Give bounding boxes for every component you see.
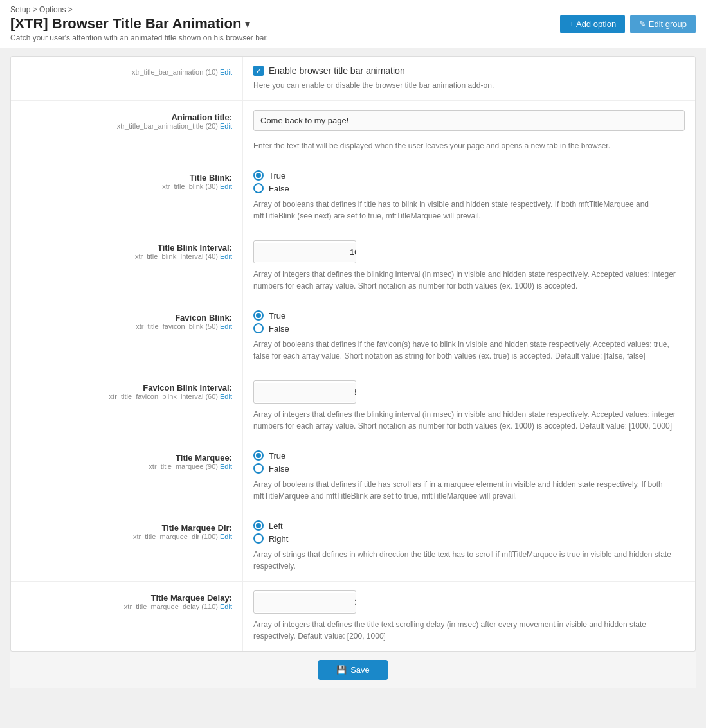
number-input-favicon_blink_interval[interactable] — [254, 383, 356, 402]
option-label-col-title_blink_interval: Title Blink Interval:xtr_title_blink_Int… — [11, 231, 242, 301]
radio-label-title_marquee-false: False — [269, 464, 289, 474]
option-value-col-favicon_blink_interval: +−Array of integers that defines the bli… — [242, 371, 695, 441]
option-edit-link-title_blink[interactable]: Edit — [220, 182, 232, 190]
option-value-col-title_marquee: TrueFalseArray of booleans that defines … — [242, 441, 695, 511]
radio-label-favicon_blink-true: True — [269, 311, 285, 321]
option-meta-title_marquee: xtr_title_marquee (90) Edit — [149, 463, 232, 470]
radio-item-title_marquee_dir-left[interactable]: Left — [253, 520, 685, 531]
option-value-col-title_blink: TrueFalseArray of booleans that defines … — [242, 161, 695, 231]
option-name-animation_title: Animation title: — [171, 112, 232, 122]
page-subtitle: Catch your user's attention with an anim… — [10, 33, 268, 42]
option-meta-favicon_blink: xtr_title_favicon_blink (50) Edit — [136, 323, 232, 330]
option-name-title_blink: Title Blink: — [190, 173, 232, 182]
option-description-title_blink: Array of booleans that defines if title … — [253, 199, 685, 222]
option-row: Favicon Blink Interval:xtr_title_favicon… — [11, 371, 695, 441]
add-option-button[interactable]: + Add option — [560, 15, 625, 33]
option-value-col-animation_title: Enter the text that will be displayed wh… — [242, 101, 695, 161]
option-description-animation_title: Enter the text that will be displayed wh… — [253, 140, 685, 152]
dropdown-arrow-icon[interactable]: ▾ — [245, 18, 250, 30]
option-meta-enable_animation: xtr_title_bar_animation (10) Edit — [132, 68, 232, 76]
save-button[interactable]: 💾 Save — [318, 660, 388, 680]
save-icon: 💾 — [336, 665, 347, 675]
radio-group-title_marquee_dir: LeftRight — [253, 520, 685, 544]
number-input-title_blink_interval[interactable] — [254, 243, 356, 262]
radio-label-title_blink-true: True — [269, 171, 285, 181]
breadcrumb-options[interactable]: Options — [39, 5, 66, 14]
radio-group-title_marquee: TrueFalse — [253, 450, 685, 474]
option-edit-link-title_blink_interval[interactable]: Edit — [220, 253, 232, 260]
option-row: Title Marquee Dir:xtr_title_marquee_dir … — [11, 511, 695, 582]
top-bar: Setup > Options > [XTR] Browser Title Ba… — [0, 0, 706, 48]
option-edit-link-title_marquee_delay[interactable]: Edit — [220, 603, 232, 610]
option-meta-title_marquee_delay: xtr_title_marquee_delay (110) Edit — [124, 603, 232, 610]
edit-group-button[interactable]: ✎ Edit group — [630, 15, 696, 33]
option-label-col-favicon_blink: Favicon Blink:xtr_title_favicon_blink (5… — [11, 301, 242, 371]
option-label-col-title_blink: Title Blink:xtr_title_blink (30) Edit — [11, 161, 242, 231]
radio-item-favicon_blink-false[interactable]: False — [253, 323, 685, 333]
radio-circle-favicon_blink-true — [253, 310, 264, 321]
radio-label-title_marquee_dir-left: Left — [269, 521, 283, 531]
option-description-favicon_blink_interval: Array of integers that defines the blink… — [253, 409, 685, 432]
number-input-title_marquee_delay[interactable] — [254, 593, 356, 612]
option-meta-animation_title: xtr_title_bar_animation_title (20) Edit — [117, 122, 232, 130]
option-description-enable_animation: Here you can enable or disable the brows… — [253, 80, 685, 91]
text-input-animation_title[interactable] — [253, 110, 685, 131]
number-stepper-favicon_blink_interval: +− — [253, 380, 356, 404]
radio-item-favicon_blink-true[interactable]: True — [253, 310, 685, 321]
option-description-title_marquee_delay: Array of integers that defines the title… — [253, 619, 685, 642]
option-edit-link-enable_animation[interactable]: Edit — [220, 68, 232, 76]
radio-circle-title_blink-false — [253, 183, 264, 193]
option-label-col-favicon_blink_interval: Favicon Blink Interval:xtr_title_favicon… — [11, 371, 242, 441]
option-value-col-enable_animation: ✓Enable browser title bar animationHere … — [242, 57, 695, 100]
checkbox-label-enable_animation: Enable browser title bar animation — [269, 66, 405, 76]
radio-item-title_marquee_dir-right[interactable]: Right — [253, 533, 685, 544]
number-stepper-title_blink_interval: +− — [253, 240, 356, 263]
top-actions: + Add option ✎ Edit group — [560, 15, 696, 33]
radio-circle-title_marquee-false — [253, 463, 264, 474]
top-bar-left: Setup > Options > [XTR] Browser Title Ba… — [10, 5, 268, 42]
breadcrumb-sep2: > — [68, 5, 73, 14]
option-row: Title Blink:xtr_title_blink (30) EditTru… — [11, 161, 695, 231]
option-value-col-title_marquee_dir: LeftRightArray of strings that defines i… — [242, 511, 695, 581]
radio-item-title_marquee-true[interactable]: True — [253, 450, 685, 461]
title-row: [XTR] Browser Title Bar Animation ▾ — [10, 15, 268, 32]
radio-item-title_blink-true[interactable]: True — [253, 170, 685, 181]
radio-group-favicon_blink: TrueFalse — [253, 310, 685, 333]
radio-label-title_marquee-true: True — [269, 451, 285, 461]
save-bar: 💾 Save — [10, 652, 696, 688]
option-edit-link-favicon_blink[interactable]: Edit — [220, 323, 232, 330]
radio-circle-favicon_blink-false — [253, 323, 264, 333]
option-value-col-title_marquee_delay: +−Array of integers that defines the tit… — [242, 582, 695, 651]
breadcrumb: Setup > Options > — [10, 5, 268, 14]
option-edit-link-animation_title[interactable]: Edit — [220, 122, 232, 130]
option-name-title_marquee: Title Marquee: — [176, 453, 232, 463]
option-value-col-favicon_blink: TrueFalseArray of booleans that defines … — [242, 301, 695, 371]
option-edit-link-favicon_blink_interval[interactable]: Edit — [220, 393, 232, 400]
checkbox-enable_animation[interactable]: ✓ — [253, 66, 264, 76]
radio-label-title_blink-false: False — [269, 184, 289, 193]
option-description-favicon_blink: Array of booleans that defines if the fa… — [253, 339, 685, 362]
radio-item-title_marquee-false[interactable]: False — [253, 463, 685, 474]
checkbox-row-enable_animation: ✓Enable browser title bar animation — [253, 66, 685, 76]
breadcrumb-sep1: > — [33, 5, 37, 14]
radio-circle-title_marquee-true — [253, 450, 264, 461]
option-row: Favicon Blink:xtr_title_favicon_blink (5… — [11, 301, 695, 371]
option-meta-title_marquee_dir: xtr_title_marquee_dir (100) Edit — [133, 533, 232, 540]
save-label: Save — [350, 665, 370, 675]
option-row: xtr_title_bar_animation (10) Edit✓Enable… — [11, 57, 695, 101]
option-name-favicon_blink: Favicon Blink: — [175, 313, 232, 323]
option-edit-link-title_marquee_dir[interactable]: Edit — [220, 533, 232, 540]
option-name-title_marquee_delay: Title Marquee Delay: — [151, 593, 232, 603]
option-name-favicon_blink_interval: Favicon Blink Interval: — [143, 383, 232, 393]
option-label-col-title_marquee_dir: Title Marquee Dir:xtr_title_marquee_dir … — [11, 511, 242, 581]
radio-circle-title_marquee_dir-right — [253, 533, 264, 544]
option-value-col-title_blink_interval: +−Array of integers that defines the bli… — [242, 231, 695, 301]
page-title: [XTR] Browser Title Bar Animation — [10, 15, 241, 32]
option-description-title_marquee_dir: Array of strings that defines in which d… — [253, 549, 685, 572]
option-edit-link-title_marquee[interactable]: Edit — [220, 463, 232, 470]
option-meta-favicon_blink_interval: xtr_title_favicon_blink_interval (60) Ed… — [109, 393, 232, 400]
breadcrumb-setup[interactable]: Setup — [10, 5, 30, 14]
options-container: xtr_title_bar_animation (10) Edit✓Enable… — [10, 56, 696, 652]
radio-label-title_marquee_dir-right: Right — [269, 534, 288, 544]
radio-item-title_blink-false[interactable]: False — [253, 183, 685, 193]
